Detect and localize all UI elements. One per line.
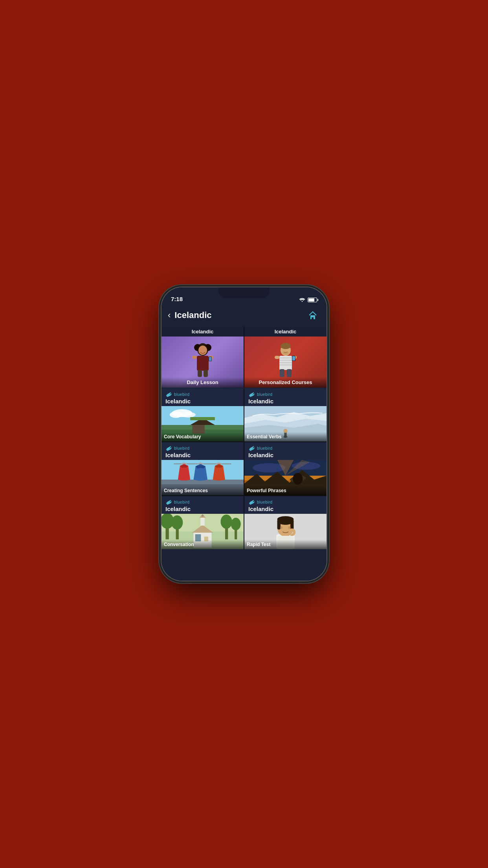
svg-rect-26: [287, 369, 292, 377]
conversation-language: Icelandic: [165, 506, 191, 512]
bluebird-bird-icon-1: [165, 392, 172, 397]
svg-rect-6: [197, 356, 209, 371]
daily-lesson-label: Daily Lesson: [161, 377, 244, 388]
core-vocabulary-card[interactable]: bluebird Icelandic: [161, 388, 244, 441]
core-vocabulary-label: Core Vocabulary: [161, 432, 244, 441]
home-icon: [308, 310, 318, 320]
svg-point-60: [231, 518, 241, 530]
essential-verbs-language: Icelandic: [248, 398, 273, 405]
core-vocabulary-image: Core Vocabulary: [161, 406, 244, 441]
svg-rect-65: [200, 518, 204, 526]
back-button[interactable]: ‹: [168, 310, 171, 320]
personalized-courses-label: Personalized Courses: [244, 377, 327, 388]
essential-verbs-card[interactable]: bluebird Icelandic: [244, 388, 327, 441]
svg-rect-20: [279, 364, 292, 366]
svg-point-15: [283, 351, 289, 355]
personalized-courses-image: Personalized Courses: [244, 337, 327, 388]
daily-lesson-image: Daily Lesson: [161, 337, 244, 388]
powerful-phrases-language: Icelandic: [248, 452, 273, 458]
bluebird-logo-2: bluebird: [248, 392, 273, 397]
status-icons: [299, 298, 317, 302]
personalized-courses-language: Icelandic: [244, 329, 327, 335]
bluebird-label-4: bluebird: [257, 446, 273, 451]
svg-point-31: [181, 412, 196, 417]
page-title: Icelandic: [174, 310, 211, 320]
essential-verbs-label: Essential Verbs: [244, 432, 327, 441]
rapid-test-header: bluebird Icelandic: [244, 496, 327, 514]
conversation-header: bluebird Icelandic: [161, 496, 244, 514]
daily-lesson-language: Icelandic: [161, 329, 244, 335]
bluebird-bird-icon-6: [248, 499, 255, 505]
home-button[interactable]: [305, 308, 320, 323]
bluebird-logo-4: bluebird: [248, 445, 273, 451]
svg-point-50: [293, 473, 303, 485]
bluebird-logo-5: bluebird: [165, 499, 190, 505]
bluebird-logo-3: bluebird: [165, 445, 190, 451]
svg-point-30: [170, 412, 182, 418]
svg-rect-25: [280, 369, 284, 377]
rapid-test-label: Rapid Test: [244, 540, 327, 549]
core-vocabulary-header: bluebird Icelandic: [161, 388, 244, 406]
bluebird-label-3: bluebird: [174, 446, 190, 451]
creating-sentences-image: Creating Sentences: [161, 460, 244, 495]
conversation-label: Conversation: [161, 540, 244, 549]
svg-point-76: [277, 516, 294, 522]
creating-sentences-card[interactable]: bluebird Icelandic: [161, 442, 244, 495]
bluebird-bird-icon-2: [248, 392, 255, 397]
header-left: ‹ Icelandic: [168, 310, 211, 320]
svg-rect-1: [312, 317, 314, 319]
cards-grid: bluebird Icelandic: [161, 388, 327, 549]
bluebird-label-2: bluebird: [257, 392, 273, 397]
bluebird-logo-6: bluebird: [248, 499, 273, 505]
svg-rect-18: [279, 360, 292, 361]
svg-rect-12: [204, 370, 208, 377]
svg-point-77: [280, 526, 283, 529]
bluebird-bird-icon-3: [165, 445, 172, 451]
svg-point-14: [281, 343, 291, 349]
svg-point-58: [220, 515, 232, 529]
rapid-test-image: Rapid Test: [244, 514, 327, 549]
battery-icon: [308, 298, 317, 302]
essential-verbs-header: bluebird Icelandic: [244, 388, 327, 406]
svg-rect-10: [209, 357, 211, 361]
bluebird-label-5: bluebird: [174, 500, 190, 504]
bluebird-label-6: bluebird: [257, 500, 273, 504]
notch: [218, 287, 270, 298]
phone-frame: 7:18 ‹ Icelandic: [161, 287, 327, 581]
bluebird-logo-1: bluebird: [165, 392, 190, 397]
conversation-card[interactable]: bluebird Icelandic: [161, 496, 244, 549]
conversation-image: Conversation: [161, 514, 244, 549]
status-time: 7:18: [171, 296, 183, 302]
rapid-test-language: Icelandic: [248, 506, 273, 512]
powerful-phrases-label: Powerful Phrases: [244, 486, 327, 495]
content: Icelandic: [161, 327, 327, 581]
top-row: Icelandic: [161, 327, 327, 388]
bluebird-bird-icon-4: [248, 445, 255, 451]
core-vocabulary-language: Icelandic: [165, 398, 191, 405]
svg-rect-17: [279, 357, 292, 359]
svg-rect-21: [275, 356, 279, 359]
bluebird-bird-icon-5: [165, 499, 172, 505]
bluebird-label-1: bluebird: [174, 392, 190, 397]
svg-rect-24: [292, 356, 295, 360]
screen: 7:18 ‹ Icelandic: [161, 287, 327, 581]
daily-lesson-card[interactable]: Icelandic: [161, 327, 244, 388]
rapid-test-card[interactable]: bluebird Icelandic: [244, 496, 327, 549]
svg-rect-11: [198, 370, 202, 377]
powerful-phrases-header: bluebird Icelandic: [244, 442, 327, 460]
creating-sentences-label: Creating Sentences: [161, 486, 244, 495]
wifi-icon: [299, 298, 305, 302]
svg-point-78: [288, 526, 291, 529]
person-red-illustration: [272, 342, 299, 383]
powerful-phrases-card[interactable]: bluebird Icelandic: [244, 442, 327, 495]
svg-rect-19: [279, 362, 292, 363]
header: ‹ Icelandic: [161, 305, 327, 327]
essential-verbs-image: Essential Verbs: [244, 406, 327, 441]
person-purple-illustration: [189, 342, 216, 383]
svg-point-56: [171, 515, 183, 530]
creating-sentences-header: bluebird Icelandic: [161, 442, 244, 460]
svg-rect-7: [192, 356, 197, 359]
powerful-phrases-image: Powerful Phrases: [244, 460, 327, 495]
personalized-courses-card[interactable]: Icelandic: [244, 327, 327, 388]
svg-rect-35: [190, 417, 215, 420]
